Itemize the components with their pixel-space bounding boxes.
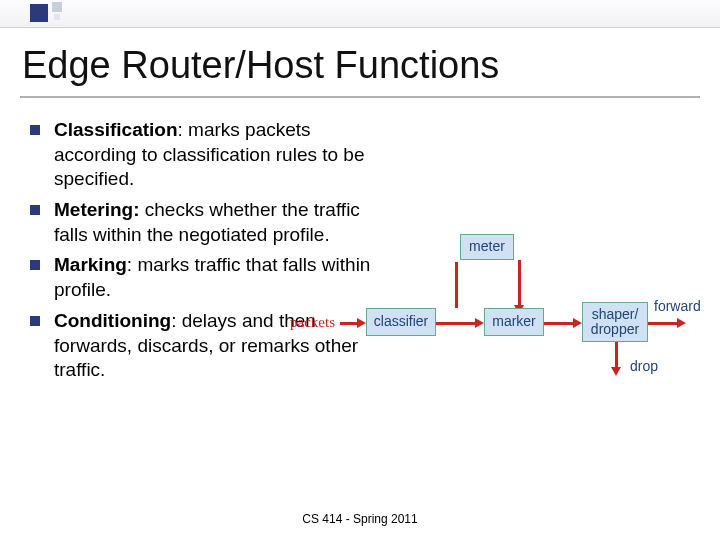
forward-label: forward: [654, 298, 701, 314]
shaper-line1: shaper/: [592, 307, 639, 322]
arrow-marker-shaper: [544, 322, 574, 325]
decor-square-tiny: [54, 14, 60, 20]
bullet-icon: [30, 125, 40, 135]
arrow-drop: [615, 342, 618, 368]
shaper-line2: dropper: [591, 322, 639, 337]
bullet-list: Classification: marks packets according …: [30, 118, 390, 389]
list-item-term: Marking: [54, 254, 127, 275]
slide-title: Edge Router/Host Functions: [22, 44, 499, 87]
node-marker: marker: [484, 308, 544, 336]
arrow-meter-marker-down: [518, 260, 521, 306]
list-item: Metering: checks whether the traffic fal…: [30, 198, 390, 247]
bullet-icon: [30, 205, 40, 215]
list-item: Marking: marks traffic that falls within…: [30, 253, 390, 302]
decor-square-large: [30, 4, 48, 22]
bullet-icon: [30, 260, 40, 270]
arrow-in: [340, 322, 358, 325]
decor-square-small: [52, 2, 62, 12]
slide-top-decoration: [0, 0, 720, 28]
list-item-term: Metering:: [54, 199, 140, 220]
arrow-classifier-meter-up: [455, 262, 458, 308]
title-underline: [20, 96, 700, 98]
arrow-forward: [648, 322, 678, 325]
drop-label: drop: [630, 358, 658, 374]
list-item-term: Classification: [54, 119, 178, 140]
list-item-term: Conditioning: [54, 310, 171, 331]
node-meter: meter: [460, 234, 514, 260]
block-diagram: packets classifier meter marker shaper/ …: [340, 240, 710, 410]
list-item: Conditioning: delays and then forwards, …: [30, 309, 390, 383]
arrow-classifier-marker: [436, 322, 476, 325]
packets-label: packets: [290, 314, 335, 331]
list-item: Classification: marks packets according …: [30, 118, 390, 192]
slide-footer: CS 414 - Spring 2011: [0, 512, 720, 526]
bullet-icon: [30, 316, 40, 326]
list-item-text: Classification: marks packets according …: [54, 118, 390, 192]
node-classifier: classifier: [366, 308, 436, 336]
node-shaper-dropper: shaper/ dropper: [582, 302, 648, 342]
